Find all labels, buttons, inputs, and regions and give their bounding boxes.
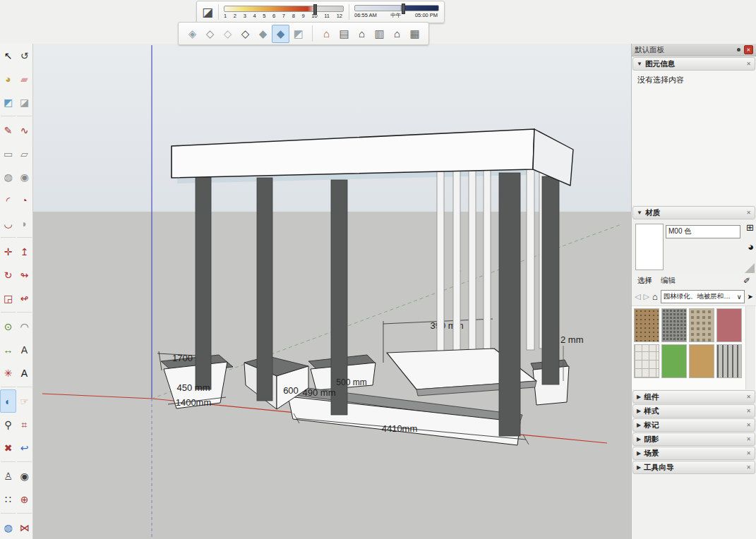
view-front[interactable]: ⌂: [353, 25, 371, 43]
tool-tape-measure[interactable]: ⊙: [0, 315, 16, 338]
tool-offset[interactable]: ↫: [16, 286, 32, 310]
details-arrow-icon[interactable]: ➤: [748, 293, 753, 301]
create-material-icon[interactable]: ⊞: [746, 222, 754, 233]
slat[interactable]: [484, 170, 491, 354]
tool-2pt-arc[interactable]: ◡: [0, 212, 16, 235]
facestyle-wireframe[interactable]: ◇: [219, 25, 236, 43]
model-viewport[interactable]: 390 mm 175 mm 1700 mm 450 mm 1400mm: [32, 44, 632, 539]
tool-dimension[interactable]: ↔: [0, 338, 16, 361]
tool-3d-text[interactable]: A: [16, 361, 32, 384]
swatch-pebbles[interactable]: [689, 308, 714, 342]
tool-arc[interactable]: ◜: [0, 188, 16, 212]
view-right[interactable]: ▥: [371, 25, 388, 43]
secondary-pane-toggle-icon[interactable]: [745, 263, 755, 273]
tool-rotate[interactable]: ↻: [0, 263, 16, 286]
dim-label-490[interactable]: 490 mm: [303, 387, 336, 398]
column-2[interactable]: [257, 178, 272, 401]
section-close-icon[interactable]: ✕: [746, 464, 751, 471]
tool-extra-2[interactable]: ⋈: [16, 516, 32, 539]
section-instructor[interactable]: ▶ 工具向导 ✕: [632, 461, 755, 474]
time-slider-track[interactable]: [354, 5, 439, 11]
tool-rectangle[interactable]: ▭: [0, 142, 16, 165]
section-tags[interactable]: ▶ 标记 ✕: [632, 418, 755, 432]
view-back[interactable]: ⌂: [388, 25, 406, 43]
back-arrow-icon[interactable]: ◁: [635, 292, 640, 301]
facestyle-back-edges[interactable]: ◇: [201, 25, 219, 43]
swatch-gray-gravel[interactable]: [661, 308, 687, 342]
dim-label-500[interactable]: 500 mm: [336, 377, 366, 387]
tool-push-pull[interactable]: ↥: [16, 240, 32, 263]
tool-follow-me[interactable]: ↬: [16, 263, 32, 286]
view-iso[interactable]: ⌂: [318, 25, 335, 43]
tool-curve[interactable]: ◗: [16, 212, 32, 235]
section-close-icon[interactable]: ✕: [746, 422, 751, 428]
section-close-icon[interactable]: ✕: [746, 450, 751, 456]
tool-protractor[interactable]: ◠: [16, 315, 32, 338]
swatch-scrollbar[interactable]: [745, 306, 755, 389]
tool-zoom-previous[interactable]: ↩: [16, 436, 32, 459]
toggle-shadows-icon[interactable]: ◪: [202, 6, 213, 18]
tab-select[interactable]: 选择: [637, 276, 652, 286]
section-shadows[interactable]: ▶ 阴影 ✕: [632, 432, 755, 446]
tool-scale[interactable]: ◲: [0, 286, 16, 310]
forward-arrow-icon[interactable]: ▷: [643, 292, 649, 301]
tool-lasso-select[interactable]: ↺: [16, 44, 32, 67]
facestyle-shaded-textures[interactable]: ◆: [272, 25, 289, 43]
facestyle-shaded[interactable]: ◆: [254, 25, 272, 43]
swatch-bark-mulch[interactable]: [634, 308, 659, 342]
slat[interactable]: [527, 169, 534, 350]
section-close-icon[interactable]: ✕: [746, 394, 751, 400]
tool-select[interactable]: ↖: [0, 44, 16, 67]
materials-header[interactable]: ▼ 材质 ✕: [632, 206, 755, 219]
swatch-red-plaster[interactable]: [716, 308, 742, 342]
tool-extra-1[interactable]: ◍: [0, 516, 16, 539]
slat[interactable]: [453, 171, 460, 357]
tool-zoom-window[interactable]: ⌗: [16, 413, 32, 436]
entity-info-header[interactable]: ▼ 图元信息 ✕: [632, 57, 755, 71]
home-icon[interactable]: ⌂: [652, 291, 658, 302]
tool-putty[interactable]: ◪: [16, 90, 32, 114]
tool-axes[interactable]: ✳: [0, 361, 16, 384]
sample-paint-icon[interactable]: ◕: [748, 241, 754, 253]
section-styles[interactable]: ▶ 样式 ✕: [632, 404, 755, 418]
column-right-inner[interactable]: [499, 173, 520, 436]
tool-zoom-extents[interactable]: ✖: [0, 436, 16, 459]
section-close-icon[interactable]: ✕: [746, 210, 751, 216]
swatch-grass-green[interactable]: [661, 344, 687, 378]
dim-label-2mm[interactable]: 2 mm: [560, 334, 584, 345]
column-right-outer[interactable]: [542, 176, 559, 384]
tool-text[interactable]: A: [16, 338, 32, 361]
tool-rotated-rectangle[interactable]: ▱: [16, 142, 32, 165]
tool-make-component[interactable]: ◩: [0, 90, 16, 114]
dim-label-4410[interactable]: 4410mm: [382, 423, 418, 434]
swatch-tan[interactable]: [689, 344, 714, 378]
swatch-metal-fence[interactable]: [716, 344, 742, 378]
tool-look-around[interactable]: ◉: [16, 464, 32, 487]
tool-polygon[interactable]: ◉: [16, 165, 32, 188]
view-top[interactable]: ▤: [335, 25, 353, 43]
view-left[interactable]: ▦: [406, 25, 424, 43]
close-icon[interactable]: ✕: [744, 45, 753, 54]
tool-move[interactable]: ✛: [0, 240, 16, 263]
tool-orbit[interactable]: ◐: [0, 389, 16, 413]
date-slider-track[interactable]: [224, 6, 344, 12]
tool-section-plane[interactable]: ⊕: [16, 487, 32, 511]
material-category-dropdown[interactable]: 园林绿化、地被层和植被 ∨: [661, 290, 745, 303]
tool-pan[interactable]: ☞: [16, 389, 32, 413]
section-close-icon[interactable]: ✕: [746, 61, 751, 67]
dim-label-600[interactable]: 600: [283, 385, 299, 396]
material-name-input[interactable]: M00 色: [666, 225, 740, 238]
tray-title-bar[interactable]: 默认面板 ✕: [632, 44, 756, 56]
tool-freehand[interactable]: ∿: [16, 119, 32, 142]
column-1[interactable]: [196, 176, 211, 389]
tool-line[interactable]: ✎: [0, 119, 16, 142]
pin-icon[interactable]: [737, 48, 740, 52]
tool-position-camera[interactable]: ♙: [0, 464, 16, 487]
dim-label-1400[interactable]: 1400mm: [176, 397, 212, 408]
time-slider-handle[interactable]: [402, 4, 405, 14]
facestyle-monochrome[interactable]: ◩: [289, 25, 307, 43]
facestyle-xray[interactable]: ◈: [184, 25, 201, 43]
section-components[interactable]: ▶ 组件 ✕: [632, 390, 755, 404]
section-close-icon[interactable]: ✕: [746, 408, 751, 414]
eyedropper-icon[interactable]: ✐: [743, 276, 750, 286]
